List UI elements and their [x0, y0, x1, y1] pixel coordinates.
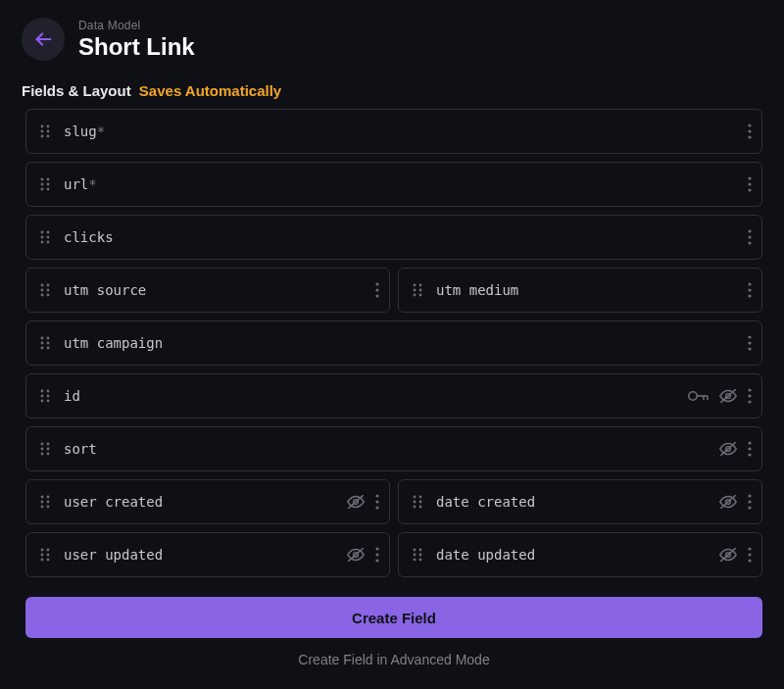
svg-point-92 — [414, 496, 416, 499]
svg-point-86 — [47, 506, 50, 509]
field-label: user_updated — [64, 547, 334, 563]
field-more-menu[interactable] — [748, 334, 752, 352]
svg-point-48 — [41, 342, 44, 345]
svg-point-12 — [41, 183, 44, 186]
drag-handle-icon[interactable] — [38, 334, 52, 352]
field-more-menu[interactable] — [748, 387, 752, 405]
svg-point-45 — [748, 294, 751, 297]
create-field-advanced-link[interactable]: Create Field in Advanced Mode — [25, 652, 762, 667]
visibility-off-icon[interactable] — [346, 493, 366, 511]
field-right-icons — [687, 387, 752, 405]
svg-point-46 — [41, 337, 44, 340]
create-field-button[interactable]: Create Field — [25, 597, 762, 638]
svg-point-42 — [419, 294, 422, 297]
svg-point-35 — [375, 288, 378, 291]
field-more-menu[interactable] — [748, 175, 752, 193]
svg-point-9 — [748, 135, 751, 138]
field-right-icons — [346, 493, 379, 511]
svg-point-94 — [414, 501, 416, 504]
field-more-menu[interactable] — [748, 440, 752, 458]
svg-point-39 — [414, 289, 416, 292]
visibility-off-icon[interactable] — [718, 546, 738, 564]
field-label: user_created — [64, 494, 334, 510]
svg-point-83 — [41, 501, 44, 504]
visibility-off-icon[interactable] — [346, 546, 366, 564]
field-row: user_createddate_created — [25, 479, 762, 524]
svg-point-34 — [375, 282, 378, 285]
field-more-menu[interactable] — [375, 493, 379, 511]
svg-point-102 — [748, 506, 751, 509]
svg-point-96 — [414, 506, 416, 509]
field-utm_medium[interactable]: utm_medium — [398, 268, 762, 313]
visibility-off-icon[interactable] — [718, 493, 738, 511]
drag-handle-icon[interactable] — [38, 123, 52, 140]
svg-point-97 — [419, 506, 422, 509]
svg-point-24 — [47, 241, 50, 244]
field-sort[interactable]: sort — [25, 426, 762, 471]
field-utm_source[interactable]: utm_source — [25, 268, 390, 313]
svg-point-73 — [47, 448, 50, 451]
svg-point-41 — [414, 294, 416, 297]
field-row: slug* — [25, 109, 762, 154]
svg-point-74 — [41, 453, 44, 456]
drag-handle-icon[interactable] — [38, 228, 52, 246]
field-right-icons — [748, 123, 752, 140]
visibility-off-icon[interactable] — [718, 440, 738, 458]
svg-point-89 — [375, 494, 378, 497]
svg-point-40 — [419, 289, 422, 292]
svg-point-55 — [41, 390, 44, 393]
svg-point-49 — [47, 342, 50, 345]
svg-point-22 — [47, 236, 50, 239]
field-user_updated[interactable]: user_updated — [25, 532, 390, 577]
svg-point-69 — [748, 400, 751, 403]
svg-point-101 — [748, 500, 751, 503]
field-user_created[interactable]: user_created — [25, 479, 390, 524]
field-clicks[interactable]: clicks — [25, 215, 762, 260]
field-url[interactable]: url* — [25, 162, 762, 207]
back-button[interactable] — [22, 18, 65, 61]
actions: Create Field Create Field in Advanced Mo… — [0, 589, 784, 667]
drag-handle-icon[interactable] — [38, 493, 52, 511]
field-more-menu[interactable] — [748, 493, 752, 511]
drag-handle-icon[interactable] — [38, 546, 52, 564]
field-more-menu[interactable] — [375, 546, 379, 564]
svg-point-16 — [748, 176, 751, 179]
drag-handle-icon[interactable] — [38, 175, 52, 193]
svg-point-78 — [748, 441, 751, 444]
field-more-menu[interactable] — [375, 281, 379, 299]
svg-point-124 — [748, 559, 751, 562]
drag-handle-icon[interactable] — [411, 281, 424, 299]
svg-point-80 — [748, 453, 751, 456]
drag-handle-icon[interactable] — [411, 493, 424, 511]
field-date_created[interactable]: date_created — [398, 479, 762, 524]
field-utm_campaign[interactable]: utm_campaign — [25, 320, 762, 366]
drag-handle-icon[interactable] — [38, 387, 52, 405]
svg-point-58 — [47, 395, 50, 398]
svg-point-26 — [748, 235, 751, 238]
field-right-icons — [748, 334, 752, 352]
svg-point-93 — [419, 496, 422, 499]
svg-point-119 — [419, 559, 422, 562]
drag-handle-icon[interactable] — [38, 440, 52, 458]
field-date_updated[interactable]: date_updated — [398, 532, 762, 577]
field-slug[interactable]: slug* — [25, 109, 762, 154]
svg-point-95 — [419, 501, 422, 504]
field-more-menu[interactable] — [748, 546, 752, 564]
svg-point-104 — [47, 549, 50, 552]
svg-point-70 — [41, 443, 44, 446]
field-more-menu[interactable] — [748, 281, 752, 299]
field-id[interactable]: id — [25, 373, 762, 418]
svg-point-90 — [375, 500, 378, 503]
drag-handle-icon[interactable] — [38, 281, 52, 299]
visibility-off-icon[interactable] — [718, 387, 738, 405]
drag-handle-icon[interactable] — [411, 546, 424, 564]
field-right-icons — [748, 175, 752, 193]
field-more-menu[interactable] — [748, 123, 752, 140]
field-more-menu[interactable] — [748, 228, 752, 246]
svg-point-79 — [748, 447, 751, 450]
svg-point-84 — [47, 501, 50, 504]
svg-point-15 — [47, 188, 50, 191]
field-label: clicks — [64, 229, 736, 245]
svg-point-57 — [41, 395, 44, 398]
svg-point-52 — [748, 335, 751, 338]
